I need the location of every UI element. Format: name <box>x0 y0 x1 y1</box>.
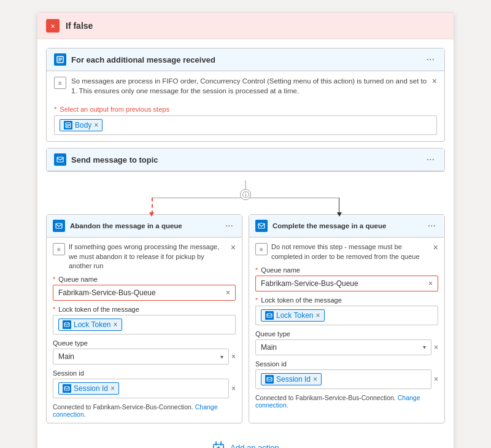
complete-connection-text: Connected to Fabrikam-Service-Bus-Connec… <box>255 394 438 409</box>
info-close-button[interactable]: × <box>432 76 437 86</box>
abandon-session-clear[interactable]: × <box>231 379 236 398</box>
add-action-button[interactable]: Add an action <box>230 443 279 448</box>
abandon-info-text: If something goes wrong processing the m… <box>69 242 227 271</box>
complete-queue-name-input[interactable]: Fabrikam-Service-Bus-Queue × <box>255 276 438 292</box>
complete-session-remove[interactable]: × <box>313 375 317 384</box>
complete-header-left: Complete the message in a queue <box>255 220 386 232</box>
abandon-title: Abandon the message in a queue <box>70 222 182 230</box>
send-message-block: Send message to topic ··· <box>46 148 445 172</box>
abandon-session-id-group: Session id Session Id × <box>53 369 236 398</box>
svg-rect-9 <box>56 223 62 228</box>
right-arrowhead <box>337 212 342 217</box>
complete-info-icon: ≡ <box>255 243 268 255</box>
select-output-label-text: Select an output from previous steps <box>60 106 169 113</box>
abandon-lock-token-group: * Lock token of the message Lock Token × <box>53 306 236 334</box>
complete-session-id-label: Session id <box>255 360 438 368</box>
body-tag-label: Body <box>75 121 91 129</box>
complete-queue-name-label: * Queue name <box>255 266 438 274</box>
foreach-header: For each additional message received ··· <box>47 48 444 71</box>
abandon-branch-header: Abandon the message in a queue ··· <box>47 215 242 238</box>
main-container: × If false For each additional message r… <box>37 12 454 448</box>
abandon-icon <box>53 220 65 232</box>
select-output-label: * Select an output from previous steps <box>54 106 437 113</box>
left-arrowhead <box>149 212 154 217</box>
complete-session-id-group: Session id Session Id × <box>255 360 438 389</box>
abandon-queue-name-label: * Queue name <box>53 276 236 283</box>
complete-queue-name-group: * Queue name Fabrikam-Service-Bus-Queue … <box>255 266 438 292</box>
info-message-text: So messages are process in FIFO order, C… <box>71 76 427 96</box>
complete-queue-type-clear[interactable]: × <box>434 339 438 355</box>
complete-session-clear[interactable]: × <box>434 369 438 389</box>
complete-title: Complete the message in a queue <box>273 222 386 230</box>
foreach-icon <box>54 53 66 66</box>
foreach-block: For each additional message received ···… <box>46 48 445 142</box>
abandon-info-icon: ≡ <box>53 243 65 255</box>
abandon-session-id-input[interactable]: Session Id × <box>53 379 229 398</box>
abandon-queue-type-group: Queue type Main ▾ × <box>53 339 236 365</box>
session-icon <box>63 384 71 393</box>
complete-info-close[interactable]: × <box>433 242 438 252</box>
body-tag-remove[interactable]: × <box>94 121 98 129</box>
tag-icon <box>64 121 72 129</box>
svg-rect-8 <box>57 157 63 162</box>
connector-right-solid <box>339 198 339 214</box>
abandon-queue-name-input[interactable]: Fabrikam-Service-Bus-Queue × <box>53 285 236 301</box>
abandon-branch: Abandon the message in a queue ··· ≡ If … <box>46 214 242 423</box>
close-button[interactable]: × <box>46 19 60 33</box>
branches-container: Abandon the message in a queue ··· ≡ If … <box>46 214 445 423</box>
complete-body: ≡ Do not remove this step - message must… <box>249 238 444 414</box>
complete-queue-type-label: Queue type <box>255 330 438 338</box>
info-circle-connector: ⓘ <box>240 189 251 200</box>
abandon-session-id-label: Session id <box>53 369 236 377</box>
complete-info-row: ≡ Do not remove this step - message must… <box>255 242 438 261</box>
complete-chevron-icon: ▾ <box>423 344 426 350</box>
page-title: If false <box>66 21 93 31</box>
svg-rect-12 <box>258 223 265 228</box>
select-output-section: * Select an output from previous steps B… <box>47 101 444 141</box>
complete-lock-token-label: * Lock token of the message <box>255 296 438 304</box>
svg-rect-11 <box>64 387 69 390</box>
complete-lock-token-tag: Lock Token × <box>261 309 325 322</box>
complete-queue-type-dropdown[interactable]: Main ▾ <box>255 339 431 355</box>
complete-info-text: Do not remove this step - message must b… <box>271 242 430 261</box>
abandon-queue-name-clear[interactable]: × <box>226 288 230 297</box>
send-message-more-button[interactable]: ··· <box>424 154 437 165</box>
foreach-title: For each additional message received <box>71 55 215 64</box>
svg-rect-10 <box>64 323 69 326</box>
abandon-queue-type-dropdown[interactable]: Main ▾ <box>53 349 229 365</box>
svg-rect-13 <box>267 314 272 317</box>
complete-lock-remove[interactable]: × <box>316 311 320 320</box>
abandon-queue-type-clear[interactable]: × <box>231 349 236 365</box>
info-icon: ≡ <box>54 77 66 89</box>
abandon-more-button[interactable]: ··· <box>223 220 236 231</box>
abandon-session-remove[interactable]: × <box>110 384 115 393</box>
select-output-input[interactable]: Body × <box>54 115 437 135</box>
complete-session-id-input[interactable]: Session Id × <box>255 369 431 389</box>
abandon-header-left: Abandon the message in a queue <box>53 220 182 232</box>
send-message-title: Send message to topic <box>71 155 158 164</box>
abandon-lock-token-remove[interactable]: × <box>114 320 118 329</box>
abandon-queue-type-label: Queue type <box>53 339 236 347</box>
abandon-info-close[interactable]: × <box>231 242 236 252</box>
content-area: For each additional message received ···… <box>37 39 454 448</box>
complete-icon <box>255 220 268 232</box>
complete-lock-token-input[interactable]: Lock Token × <box>255 306 438 325</box>
complete-branch: Complete the message in a queue ··· ≡ Do… <box>249 214 445 423</box>
branch-connector: ⓘ <box>46 180 445 214</box>
chevron-down-icon: ▾ <box>220 353 223 360</box>
send-message-header-left: Send message to topic <box>54 153 158 166</box>
abandon-session-id-tag: Session Id × <box>58 382 119 395</box>
complete-more-button[interactable]: ··· <box>425 220 438 231</box>
add-action-row: Add an action <box>46 432 445 448</box>
complete-queue-name-clear[interactable]: × <box>428 279 433 288</box>
foreach-more-button[interactable]: ··· <box>424 54 437 65</box>
abandon-lock-token-input[interactable]: Lock Token × <box>53 315 236 334</box>
abandon-connection-text: Connected to Fabrikam-Service-Bus-Connec… <box>53 403 236 418</box>
send-message-icon <box>54 153 66 166</box>
foreach-header-left: For each additional message received <box>54 53 215 66</box>
complete-queue-type-group: Queue type Main ▾ × <box>255 330 438 355</box>
complete-session-icon <box>265 375 274 384</box>
send-message-header: Send message to topic ··· <box>47 149 444 171</box>
complete-lock-token-group: * Lock token of the message Lock Token × <box>255 296 438 325</box>
abandon-info-row: ≡ If something goes wrong processing the… <box>53 242 236 271</box>
